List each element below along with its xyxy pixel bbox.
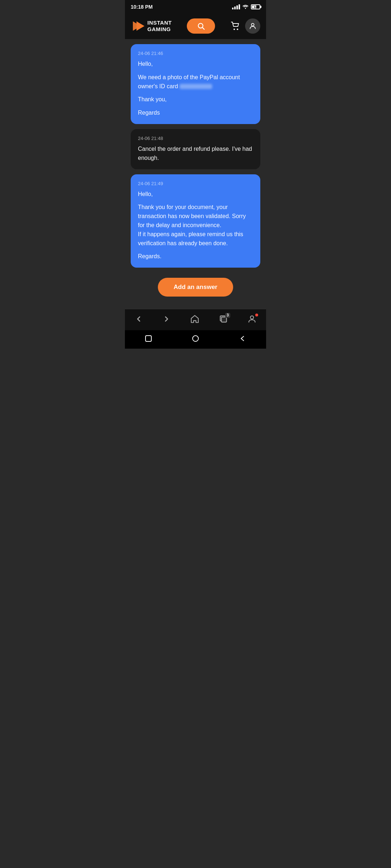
header-right [230,18,260,34]
android-home-button[interactable] [192,335,199,344]
add-answer-wrap: Add an answer [131,273,260,304]
message-text-1: Hello, We need a photo of the PayPal acc… [138,60,253,118]
wifi-icon [242,4,249,10]
message-timestamp-1: 24-06 21:46 [138,51,253,56]
add-answer-button[interactable]: Add an answer [158,278,234,297]
profile-icon [249,22,257,30]
redacted-text [180,84,212,89]
forward-arrow-icon [162,315,171,323]
status-time: 10:18 PM [131,4,153,10]
cart-icon [230,21,241,31]
android-nav [125,330,266,349]
svg-point-11 [193,336,198,341]
message-bubble-3: 24-06 21:49 Hello, Thank you for your do… [131,174,260,268]
profile-button[interactable] [245,18,260,34]
message-bubble-1: 24-06 21:46 Hello, We need a photo of th… [131,44,260,124]
bottom-nav: 3 [125,309,266,330]
nav-profile-button[interactable] [244,313,260,325]
chat-container: 24-06 21:46 Hello, We need a photo of th… [125,39,266,309]
svg-rect-10 [146,336,151,341]
logo-text: INSTANT GAMING [147,20,172,33]
signal-icon [232,4,240,9]
message-text-3: Hello, Thank you for your document, your… [138,190,253,261]
svg-rect-8 [221,317,226,322]
profile-notification-dot [255,314,258,316]
android-home-icon [192,335,199,342]
android-recents-icon [144,335,152,342]
status-bar: 10:18 PM 64 [125,0,266,13]
home-icon [190,314,199,324]
app-header: INSTANT GAMING [125,13,266,39]
nav-tabs-button[interactable]: 3 [216,313,231,325]
nav-back-button[interactable] [131,313,146,325]
back-arrow-icon [134,315,143,323]
logo-icon [131,19,144,33]
cart-button[interactable] [230,21,241,31]
svg-marker-1 [136,21,144,31]
logo-area: INSTANT GAMING [131,19,172,33]
search-button[interactable] [187,18,215,34]
svg-point-4 [234,29,235,30]
message-text-2: Cancel the order and refund please. I've… [138,145,253,163]
tabs-badge: 3 [225,313,230,318]
svg-point-9 [250,316,253,319]
android-back-icon [239,335,247,342]
battery-icon: 64 [251,4,260,9]
android-recents-button[interactable] [144,335,152,344]
message-timestamp-3: 24-06 21:49 [138,181,253,186]
message-timestamp-2: 24-06 21:48 [138,136,253,141]
svg-point-5 [237,29,238,30]
search-icon [197,22,205,30]
svg-point-6 [251,24,254,26]
nav-forward-button[interactable] [159,313,174,325]
message-bubble-2: 24-06 21:48 Cancel the order and refund … [131,129,260,169]
android-back-button[interactable] [239,335,247,344]
status-icons: 64 [232,4,260,10]
svg-line-3 [202,27,204,29]
nav-home-button[interactable] [187,313,202,325]
